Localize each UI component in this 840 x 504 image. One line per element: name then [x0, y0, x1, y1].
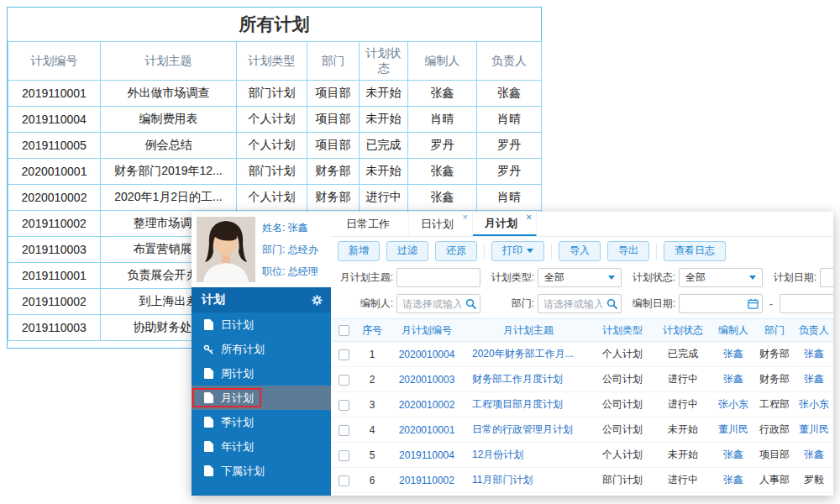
row-index: 1 — [356, 342, 388, 367]
plan-number-link[interactable]: 2020010001 — [388, 417, 465, 443]
gear-icon[interactable] — [312, 295, 323, 306]
plan-subject-link[interactable]: 财务部工作月度计划 — [465, 367, 591, 392]
row-checkbox[interactable] — [339, 400, 349, 411]
plan-subject-link[interactable]: 11月部门计划 — [465, 468, 591, 493]
create-date-filter-label: 编制日期: — [632, 297, 675, 311]
view-log-button[interactable]: 查看日志 — [664, 241, 726, 261]
search-icon[interactable] — [465, 298, 476, 309]
type-filter-select[interactable]: 全部 — [538, 268, 622, 287]
sidebar-item-yearly-plan[interactable]: 年计划 — [192, 434, 331, 459]
sidebar-item-monthly-plan[interactable]: 月计划 — [192, 386, 331, 410]
export-button[interactable]: 导出 — [607, 241, 649, 261]
search-icon[interactable] — [606, 298, 617, 309]
sidebar-item-weekly-plan[interactable]: 周计划 — [192, 361, 331, 386]
plan-type: 公司计划 — [591, 392, 654, 417]
table-cell: 2019110003 — [8, 315, 101, 341]
table-cell — [331, 392, 356, 417]
tab-daily-plan[interactable]: 日计划× — [409, 212, 473, 236]
close-icon[interactable]: × — [527, 213, 532, 222]
table-row: 5201911000412月份计划个人计划未开始张鑫项目部张鑫 — [331, 443, 833, 468]
creator-link[interactable]: 张鑫 — [712, 367, 754, 392]
file-icon — [203, 392, 213, 403]
plan-number-link[interactable]: 2020010002 — [388, 392, 465, 417]
column-header: 月计划编号 — [388, 319, 465, 342]
column-header: 月计划主题 — [465, 319, 591, 342]
creator-link[interactable]: 张小东 — [712, 392, 754, 417]
status-filter-value: 全部 — [685, 270, 706, 285]
table-cell: 罗丹 — [477, 133, 542, 159]
creator-link[interactable]: 董川民 — [712, 417, 754, 443]
profile-name: 姓名: 张鑫 — [262, 221, 318, 235]
table-row: 22020010003财务部工作月度计划公司计划进行中张鑫财务部张鑫 — [331, 367, 833, 392]
owner-link[interactable]: 董川民 — [795, 417, 833, 443]
restore-button[interactable]: 还原 — [435, 241, 477, 261]
type-filter-label: 计划类型: — [491, 270, 534, 285]
plan-subject-link[interactable]: 12月份计划 — [465, 443, 591, 468]
table-cell: 2019110002 — [8, 289, 101, 315]
table-cell: 2019110003 — [8, 237, 101, 263]
creator-link[interactable]: 张鑫 — [712, 342, 754, 367]
toolbar-separator — [656, 244, 657, 259]
button-label: 导入 — [570, 244, 590, 258]
plan-subject-link[interactable]: 日常的行政管理月计划 — [465, 417, 591, 443]
creator-link[interactable]: 张鑫 — [712, 443, 754, 468]
owner-link[interactable]: 张鑫 — [795, 367, 833, 392]
plan-number-link[interactable]: 2020010004 — [388, 342, 465, 367]
table-cell: 2019110001 — [8, 263, 101, 289]
table-cell — [331, 417, 356, 443]
row-checkbox[interactable] — [339, 375, 349, 386]
calendar-icon[interactable] — [748, 298, 759, 309]
plan-subject-link[interactable]: 工程项目部月度计划 — [465, 392, 591, 417]
plan-subject-link[interactable]: 2020年财务部工作月... — [465, 342, 591, 367]
plan-date-filter-input[interactable] — [820, 268, 833, 287]
sidebar-item-label: 年计划 — [221, 439, 254, 454]
table-cell: 部门计划 — [237, 159, 307, 185]
table-cell: 个人计划 — [237, 133, 307, 159]
department: 财务部 — [754, 342, 795, 367]
status-filter-select[interactable]: 全部 — [679, 268, 763, 287]
main-panel: 日常工作日计划×月计划× 新增过滤还原打印导入导出查看日志 月计划主题: 计划类… — [331, 212, 833, 496]
row-checkbox[interactable] — [339, 475, 349, 486]
table-cell: 罗丹 — [477, 159, 542, 185]
plan-number-link[interactable]: 2020010003 — [388, 367, 465, 392]
import-button[interactable]: 导入 — [559, 241, 601, 261]
select-all-checkbox[interactable] — [339, 325, 349, 336]
owner-link[interactable]: 张鑫 — [795, 443, 833, 468]
subject-filter-input[interactable] — [396, 268, 480, 287]
add-button[interactable]: 新增 — [338, 241, 380, 261]
owner-link[interactable]: 张鑫 — [795, 342, 833, 367]
caret-down-icon — [608, 276, 615, 280]
owner-link[interactable]: 张小东 — [795, 392, 833, 417]
plan-status: 未开始 — [654, 417, 712, 443]
sidebar-item-quarterly-plan[interactable]: 季计划 — [192, 410, 331, 434]
tab-label: 日常工作 — [346, 217, 390, 232]
tab-daily-work[interactable]: 日常工作 — [334, 212, 409, 236]
monthly-table-body: 120200100042020年财务部工作月...个人计划已完成张鑫财务部张鑫2… — [331, 342, 833, 493]
table-cell: 2020010001 — [8, 159, 101, 185]
table-cell — [331, 319, 356, 342]
sidebar-item-all-plans[interactable]: 所有计划 — [192, 337, 331, 361]
sidebar-item-daily-plan[interactable]: 日计划 — [192, 312, 331, 337]
filter-button[interactable]: 过滤 — [386, 241, 428, 261]
row-checkbox[interactable] — [339, 349, 349, 360]
sidebar-item-subordinate-plan[interactable]: 下属计划 — [192, 459, 331, 483]
plan-status: 进行中 — [654, 392, 712, 417]
table-cell: 财务部门2019年12... — [101, 159, 237, 185]
row-checkbox[interactable] — [339, 425, 349, 436]
table-cell: 项目部 — [307, 107, 360, 133]
creator-link[interactable]: 张鑫 — [712, 468, 754, 493]
toolbar: 新增过滤还原打印导入导出查看日志 — [331, 237, 833, 265]
file-icon — [203, 368, 213, 379]
filter-row-2: 编制人: 部门: — [331, 291, 833, 317]
create-date-end-input[interactable] — [780, 294, 833, 313]
plan-number-link[interactable]: 2019110004 — [388, 443, 465, 468]
close-icon[interactable]: × — [463, 213, 468, 222]
column-header: 编制人 — [408, 42, 477, 81]
plan-number-link[interactable]: 2019110002 — [388, 468, 465, 493]
row-checkbox[interactable] — [339, 450, 349, 461]
print-button[interactable]: 打印 — [491, 241, 544, 261]
table-row: 6201911000211月部门计划部门计划进行中张鑫人事部罗毅 — [331, 468, 833, 493]
tab-monthly-plan[interactable]: 月计划× — [473, 212, 537, 236]
sidebar: 姓名: 张鑫 部门: 总经办 职位: 总经理 计划 — [192, 212, 331, 496]
plan-status: 未开始 — [654, 443, 712, 468]
